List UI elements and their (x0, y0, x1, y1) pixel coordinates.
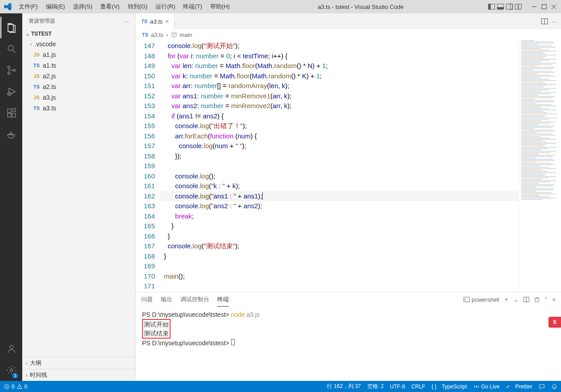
status-ln-col[interactable]: 行 162，列 37 (327, 383, 361, 390)
activity-debug[interactable] (0, 81, 22, 102)
tab-close-icon[interactable]: × (165, 18, 169, 25)
terminal-prompt: PS D:\mysetup\vuecode\tstest> (142, 339, 229, 347)
terminal-dropdown-icon[interactable]: ⌄ (514, 296, 519, 303)
panel-tab-output[interactable]: 输出 (161, 293, 172, 306)
error-icon (4, 384, 10, 390)
editor-tabs: TS a3.ts × ··· (136, 13, 561, 29)
toggle-primary-sidebar-icon[interactable] (488, 3, 495, 10)
menu-terminal[interactable]: 终端(T) (179, 1, 206, 12)
toggle-secondary-sidebar-icon[interactable] (506, 3, 513, 10)
breadcrumb[interactable]: TS a3.ts › main (136, 29, 561, 40)
close-button[interactable] (550, 3, 557, 10)
menu-file[interactable]: 文件(F) (15, 1, 41, 12)
tree-file[interactable]: JSa2.js (22, 71, 135, 81)
svg-point-14 (8, 66, 10, 69)
ts-file-icon: TS (33, 105, 40, 111)
code-editor[interactable]: 1471481491501511521531541551561571581591… (136, 40, 561, 292)
ts-file-icon: TS (33, 63, 40, 68)
maximize-button[interactable] (541, 3, 548, 10)
split-terminal-icon[interactable] (523, 296, 529, 303)
explorer-project-header[interactable]: ⌄ TSTEST (22, 29, 135, 39)
js-file-icon: JS (33, 95, 40, 100)
activity-explorer[interactable] (0, 17, 22, 38)
svg-point-16 (13, 69, 16, 72)
layout-controls (488, 3, 522, 10)
menu-select[interactable]: 选择(S) (69, 1, 96, 12)
ime-indicator[interactable]: S (549, 317, 561, 327)
toggle-panel-icon[interactable] (497, 3, 504, 10)
menu-bar: 文件(F) 编辑(E) 选择(S) 查看(V) 转到(G) 运行(R) 终端(T… (15, 1, 233, 12)
split-editor-icon[interactable] (541, 18, 548, 25)
status-feedback[interactable] (539, 384, 545, 390)
minimize-button[interactable] (531, 3, 538, 10)
menu-view[interactable]: 查看(V) (97, 1, 123, 12)
tab-label: a3.ts (150, 18, 163, 25)
new-terminal-icon[interactable]: ＋ (504, 295, 509, 303)
terminal-shell-label[interactable]: powershell (463, 296, 499, 303)
status-bell[interactable] (551, 384, 557, 390)
menu-goto[interactable]: 转到(G) (124, 1, 151, 12)
terminal-body[interactable]: PS D:\mysetup\vuecode\tstest> node a3.js… (136, 307, 561, 381)
svg-rect-20 (12, 113, 16, 117)
sidebar-more-icon[interactable]: ··· (125, 18, 129, 24)
activity-extensions[interactable] (0, 102, 22, 124)
tree-folder-vscode[interactable]: ›.vscode (22, 39, 135, 49)
activity-account[interactable] (0, 338, 22, 360)
menu-run[interactable]: 运行(R) (152, 1, 179, 12)
status-bar: 0 0 行 162，列 37 空格: 2 UTF-8 CRLF { } Type… (0, 381, 561, 392)
svg-rect-1 (488, 4, 491, 9)
sidebar-timeline[interactable]: ›时间线 (22, 369, 135, 381)
activity-search[interactable] (0, 38, 22, 60)
activity-settings[interactable]: 1 (0, 360, 22, 381)
terminal-prompt: PS D:\mysetup\vuecode\tstest> (142, 311, 229, 318)
status-encoding[interactable]: UTF-8 (390, 384, 405, 390)
terminal-icon (463, 296, 470, 303)
sidebar-explorer: 资源管理器 ··· ⌄ TSTEST ›.vscode JSa1.js TSa1… (22, 13, 136, 381)
chevron-right-icon: › (26, 373, 27, 378)
status-language[interactable]: { } TypeScript (431, 384, 467, 390)
panel-maximize-icon[interactable]: ˄ (545, 296, 548, 303)
js-file-icon: JS (33, 73, 40, 79)
sidebar-outline[interactable]: ›大纲 (22, 357, 135, 369)
svg-rect-21 (12, 109, 16, 112)
ts-file-icon: TS (142, 32, 148, 37)
tree-file[interactable]: JSa3.js (22, 92, 135, 103)
ts-file-icon: TS (33, 84, 40, 89)
menu-help[interactable]: 帮助(H) (207, 1, 233, 12)
terminal-output-highlight: 测试开始测试结束 (142, 319, 171, 339)
tree-file[interactable]: TSa3.ts (22, 103, 135, 113)
file-tree: ›.vscode JSa1.js TSa1.ts JSa2.js TSa2.ts… (22, 39, 135, 357)
minimap[interactable] (519, 40, 561, 292)
customize-layout-icon[interactable] (515, 3, 522, 10)
title-bar: 文件(F) 编辑(E) 选择(S) 查看(V) 转到(G) 运行(R) 终端(T… (0, 0, 561, 13)
tree-file[interactable]: TSa2.ts (22, 81, 135, 92)
code-content[interactable]: console.log("测试开始"); for (var i: number … (160, 40, 519, 292)
status-eol[interactable]: CRLF (411, 384, 425, 390)
svg-rect-30 (464, 297, 469, 302)
svg-rect-7 (519, 4, 521, 9)
bell-icon (551, 384, 557, 390)
settings-badge: 1 (12, 373, 18, 378)
kill-terminal-icon[interactable] (534, 296, 540, 303)
editor-more-icon[interactable]: ··· (552, 18, 557, 25)
activity-scm[interactable] (0, 60, 22, 81)
menu-edit[interactable]: 编辑(E) (42, 1, 69, 12)
status-errors[interactable]: 0 0 (4, 384, 27, 390)
panel-tab-debug[interactable]: 调试控制台 (180, 293, 209, 306)
chevron-right-icon: › (30, 42, 32, 47)
panel-tab-problems[interactable]: 问题 (141, 293, 153, 306)
chevron-right-icon: › (26, 361, 27, 366)
breadcrumb-symbol: main (180, 32, 192, 38)
terminal-cursor (231, 339, 235, 345)
svg-point-26 (10, 345, 13, 349)
status-spaces[interactable]: 空格: 2 (367, 383, 384, 390)
panel-close-icon[interactable]: × (552, 296, 556, 303)
tree-file[interactable]: JSa1.js (22, 49, 135, 60)
panel-tab-terminal[interactable]: 终端 (217, 293, 229, 307)
status-prettier[interactable]: ✓ Prettier (506, 384, 533, 390)
tree-file[interactable]: TSa1.ts (22, 60, 135, 71)
svg-rect-9 (542, 4, 546, 9)
activity-docker[interactable] (0, 124, 22, 145)
tab-a3ts[interactable]: TS a3.ts × (136, 13, 175, 29)
status-golive[interactable]: Go Live (473, 384, 500, 390)
